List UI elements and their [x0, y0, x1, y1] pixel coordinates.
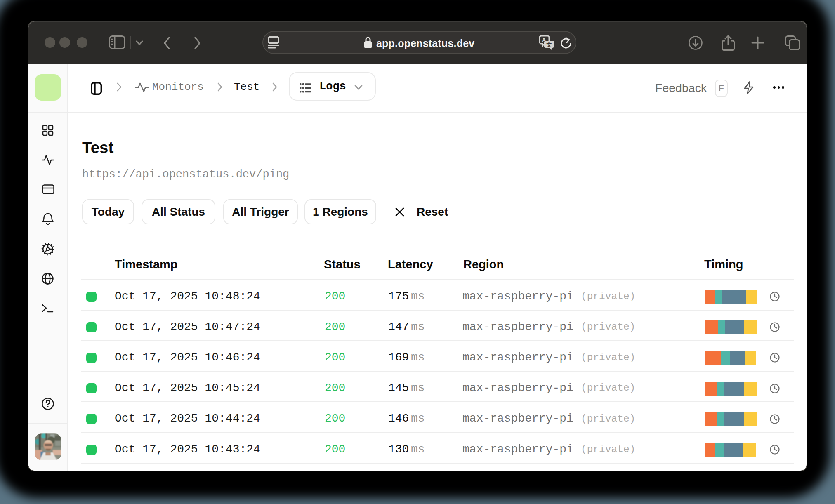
svg-text:文: 文 — [546, 42, 552, 48]
